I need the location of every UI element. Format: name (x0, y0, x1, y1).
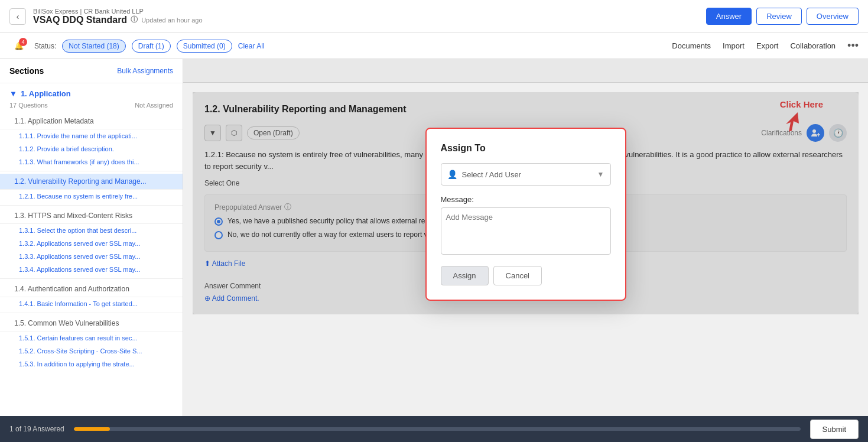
sidebar-item-1-1-1[interactable]: 1.1.1. Provide the name of the applicati… (0, 129, 183, 142)
company-name: BillSox Express | CR Bank United LLP (33, 8, 699, 15)
bottom-bar: 1 of 19 Answered Submit (0, 416, 868, 442)
cancel-button[interactable]: Cancel (493, 266, 542, 285)
review-button[interactable]: Review (756, 8, 802, 25)
sidebar-item-1-4-1[interactable]: 1.4.1. Basic Information - To get starte… (0, 297, 183, 310)
submit-button[interactable]: Submit (810, 420, 859, 439)
section-1-meta: 17 Questions Not Assigned (0, 100, 183, 113)
content-area: Click Here 1.2. Vulnerability Reporting … (183, 59, 868, 442)
progress-bar-fill (74, 427, 110, 431)
top-bar: ‹ BillSox Express | CR Bank United LLP V… (0, 0, 868, 33)
clear-all-button[interactable]: Clear All (238, 42, 265, 50)
questions-count: 17 Questions (9, 102, 48, 109)
updated-text: Updated an hour ago (141, 17, 202, 24)
top-bar-actions: Answer Review Overview (706, 8, 859, 25)
export-link[interactable]: Export (756, 41, 779, 50)
sidebar-item-1-2-1[interactable]: 1.2.1. Because no system is entirely fre… (0, 190, 183, 203)
chevron-down-icon: ▼ (9, 89, 17, 98)
sidebar-item-1-5-1[interactable]: 1.5.1. Certain features can result in se… (0, 332, 183, 344)
content-header-bar (183, 59, 868, 83)
sidebar-item-1-3-1[interactable]: 1.3.1. Select the option that best descr… (0, 224, 183, 237)
sidebar-item-common-vuln[interactable]: 1.5. Common Web Vulnerabilities (0, 316, 183, 332)
bulk-assignments-button[interactable]: Bulk Assignments (117, 67, 173, 75)
section-1-label: 1. Application (21, 89, 71, 98)
assign-button[interactable]: Assign (441, 266, 489, 285)
progress-label: 1 of 19 Answered (9, 425, 64, 433)
not-assigned-label: Not Assigned (135, 102, 173, 109)
dropdown-arrow-icon: ▼ (597, 170, 604, 178)
status-bar: 🔔 4 Status: Not Started (18) Draft (1) S… (0, 33, 868, 59)
select-user-placeholder: Select / Add User (462, 170, 521, 179)
sidebar-item-1-3-3[interactable]: 1.3.3. Applications served over SSL may.… (0, 250, 183, 263)
status-chip-submitted[interactable]: Submitted (0) (177, 40, 232, 53)
sidebar-item-app-metadata[interactable]: 1.1. Application Metadata (0, 113, 183, 129)
info-icon[interactable]: ⓘ (131, 15, 138, 25)
back-button[interactable]: ‹ (9, 8, 26, 25)
sidebar-header: Sections Bulk Assignments (0, 59, 183, 83)
title-group: BillSox Express | CR Bank United LLP VSA… (33, 8, 699, 25)
more-options-button[interactable]: ••• (847, 40, 859, 52)
assign-modal: Assign To 👤 Select / Add User ▼ Message:… (425, 128, 626, 301)
user-icon: 👤 (447, 170, 457, 179)
sidebar-item-1-3-2[interactable]: 1.3.2. Applications served over SSL may.… (0, 237, 183, 250)
question-section: Click Here 1.2. Vulnerability Reporting … (193, 92, 859, 314)
status-chip-draft[interactable]: Draft (1) (132, 40, 171, 53)
sidebar-item-1-3-4[interactable]: 1.3.4. Applications served over SSL may.… (0, 263, 183, 276)
message-textarea[interactable] (441, 207, 611, 255)
progress-bar-track (74, 427, 801, 431)
section-1-header[interactable]: ▼ 1. Application (0, 83, 183, 100)
status-right-links: Documents Import Export Collaboration ••… (672, 40, 859, 52)
sidebar-item-1-1-3[interactable]: 1.1.3. What frameworks (if any) does thi… (0, 155, 183, 168)
modal-overlay: Assign To 👤 Select / Add User ▼ Message:… (193, 92, 859, 314)
notification-badge: 4 (19, 38, 27, 46)
notification-bell[interactable]: 🔔 4 (9, 37, 28, 56)
main-layout: Sections Bulk Assignments ▼ 1. Applicati… (0, 59, 868, 442)
title-text: VSAQ DDQ Standard (33, 15, 127, 25)
overview-button[interactable]: Overview (807, 8, 859, 25)
status-chip-not-started[interactable]: Not Started (18) (62, 40, 125, 53)
answer-button[interactable]: Answer (706, 8, 752, 25)
import-link[interactable]: Import (723, 41, 745, 50)
sidebar: Sections Bulk Assignments ▼ 1. Applicati… (0, 59, 183, 442)
sidebar-item-1-5-3[interactable]: 1.5.3. In addition to applying the strat… (0, 358, 183, 370)
modal-actions: Assign Cancel (441, 266, 611, 285)
sidebar-item-1-1-2[interactable]: 1.1.2. Provide a brief description. (0, 142, 183, 155)
documents-link[interactable]: Documents (672, 41, 711, 50)
modal-title: Assign To (441, 143, 611, 154)
sidebar-item-1-5-2[interactable]: 1.5.2. Cross-Site Scripting - Cross-Site… (0, 344, 183, 358)
sidebar-item-vuln-reporting[interactable]: 1.2. Vulnerability Reporting and Manage.… (0, 174, 183, 190)
select-user-dropdown[interactable]: 👤 Select / Add User ▼ (441, 163, 611, 186)
sections-label: Sections (9, 66, 44, 76)
message-label: Message: (441, 195, 611, 204)
collaboration-link[interactable]: Collaboration (790, 41, 836, 50)
status-label: Status: (34, 42, 56, 50)
sidebar-item-https-risks[interactable]: 1.3. HTTPS and Mixed-Content Risks (0, 208, 183, 224)
sidebar-item-auth[interactable]: 1.4. Authentication and Authorization (0, 281, 183, 297)
page-title: VSAQ DDQ Standard ⓘ Updated an hour ago (33, 15, 699, 25)
